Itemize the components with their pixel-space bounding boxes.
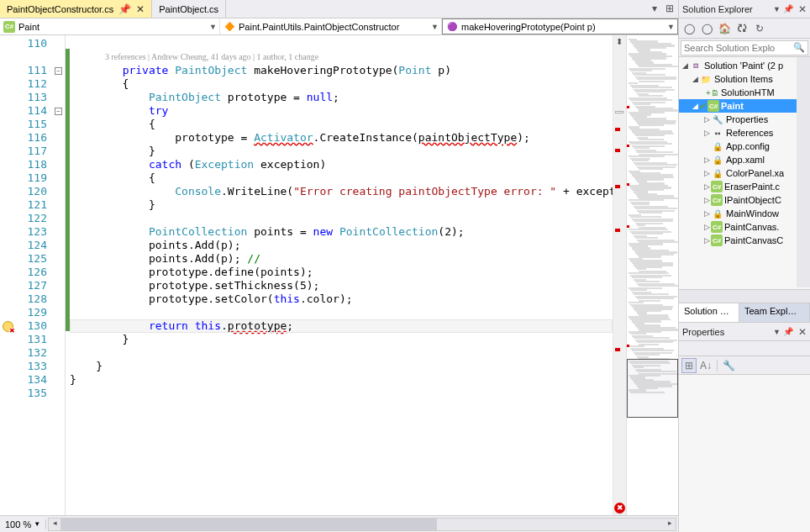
chevron-down-icon: ▼: [667, 23, 675, 31]
close-icon[interactable]: ✕: [136, 3, 145, 15]
home-icon[interactable]: 🏠: [716, 20, 733, 37]
right-panel: Solution Explorer ▼ 📌 ✕ ◯ ◯ 🏠 🗘 ↻ 🔍 ◢⧈ S…: [679, 0, 810, 532]
tab-paintobjectconstructor[interactable]: PaintObjectConstructor.cs 📌 ✕: [0, 0, 152, 18]
properties-titlebar: Properties ▼ 📌 ✕: [679, 323, 810, 341]
close-icon[interactable]: ✕: [798, 3, 807, 15]
document-tabs: PaintObjectConstructor.cs 📌 ✕ PaintObjec…: [0, 0, 678, 18]
error-indicator-icon[interactable]: ✖: [614, 503, 625, 514]
editor-area: PaintObjectConstructor.cs 📌 ✕ PaintObjec…: [0, 0, 679, 532]
chevron-down-icon[interactable]: ▼: [773, 5, 781, 13]
class-icon: 🔶: [224, 21, 235, 33]
scroll-right-icon[interactable]: ▸: [664, 519, 676, 530]
file-icon: +🗎: [706, 87, 719, 98]
chevron-down-icon: ▼: [431, 23, 439, 31]
csharp-icon: C#: [711, 221, 723, 233]
code-content[interactable]: 3 references | Andrew Cheung, 41 days ag…: [70, 35, 613, 515]
tree-paintcanvas1[interactable]: ▷C# PaintCanvas.: [679, 220, 810, 234]
tree-paintcanvas2[interactable]: ▷C# PaintCanvasC: [679, 234, 810, 247]
split-icon[interactable]: ⬍: [614, 37, 624, 45]
solution-tree: ◢⧈ Solution 'Paint' (2 p ◢📁 Solution Ite…: [679, 57, 810, 303]
references-icon: ▪▪: [711, 127, 724, 139]
tab-solution-explorer[interactable]: Solution E…: [679, 303, 739, 322]
wrench-icon: 🔧: [711, 113, 724, 125]
xaml-icon: 🔒: [711, 167, 724, 179]
xaml-icon: 🔒: [711, 208, 724, 219]
pin-icon[interactable]: 📌: [783, 327, 793, 336]
close-icon[interactable]: ✕: [798, 326, 807, 338]
panel-title: Properties: [682, 327, 773, 337]
tree-appconfig[interactable]: 🔒 App.config: [679, 140, 810, 153]
window-menu-icon[interactable]: ⊞: [663, 2, 676, 15]
zoom-label: 100 %: [5, 519, 31, 529]
tree-project-paint[interactable]: ◢✔C# Paint: [679, 99, 810, 113]
refresh-icon[interactable]: ↻: [751, 20, 768, 37]
csharp-icon: C#: [711, 194, 723, 206]
namespace-label: Paint: [18, 22, 39, 32]
tree-appxaml[interactable]: ▷🔒 App.xaml: [679, 153, 810, 166]
chevron-down-icon[interactable]: ▼: [773, 328, 781, 336]
panel-title: Solution Explorer: [682, 4, 773, 14]
chevron-down-icon: ▼: [209, 23, 217, 31]
scroll-left-icon[interactable]: ◂: [49, 519, 60, 530]
editor-status-bar: 100 % ▼ ◂ ▸: [0, 515, 678, 532]
back-icon[interactable]: ◯: [681, 20, 697, 37]
minimap[interactable]: [626, 35, 678, 515]
code-editor: 1101111121131141151161171181191201211221…: [0, 35, 678, 515]
alphabetical-icon[interactable]: A↓: [698, 358, 713, 373]
pin-icon[interactable]: 📌: [783, 4, 793, 13]
search-input[interactable]: [681, 40, 808, 55]
properties-grid: [679, 375, 810, 532]
solution-explorer-titlebar: Solution Explorer ▼ 📌 ✕: [679, 0, 810, 18]
tree-references[interactable]: ▷▪▪ References: [679, 126, 810, 140]
tree-solution-html[interactable]: +🗎 SolutionHTM: [679, 86, 810, 99]
csharp-icon: C#: [711, 181, 723, 192]
tree-solution[interactable]: ◢⧈ Solution 'Paint' (2 p: [679, 59, 810, 72]
properties-selector[interactable]: [679, 341, 810, 356]
csharp-icon: C#: [3, 21, 15, 33]
class-label: Paint.PaintUtils.PaintObjectConstructor: [239, 22, 399, 32]
class-dropdown[interactable]: 🔶 Paint.PaintUtils.PaintObjectConstructo…: [220, 18, 442, 34]
method-label: makeHoveringPrototype(Point p): [461, 22, 596, 32]
properties-panel: Properties ▼ 📌 ✕ ⊞ A↓ 🔧: [679, 322, 810, 532]
scroll-thumb[interactable]: [60, 519, 437, 530]
solution-search: 🔍: [679, 39, 810, 57]
tab-paintobject[interactable]: PaintObject.cs: [152, 0, 226, 18]
dropdown-icon[interactable]: ▾: [648, 2, 661, 15]
overview-ruler[interactable]: ⬍ ✖: [613, 35, 626, 515]
properties-toolbar: ⊞ A↓ 🔧: [679, 356, 810, 375]
outline-gutter[interactable]: −−: [52, 35, 66, 515]
tree-vscroll[interactable]: [797, 57, 810, 287]
forward-icon[interactable]: ◯: [698, 20, 715, 37]
tree-colorpanel[interactable]: ▷🔒 ColorPanel.xa: [679, 166, 810, 180]
property-pages-icon[interactable]: 🔧: [721, 358, 736, 373]
tab-team-explorer[interactable]: Team Expl…: [739, 303, 810, 322]
config-icon: 🔒: [711, 140, 724, 152]
categorized-icon[interactable]: ⊞: [681, 358, 697, 373]
solution-icon: ⧈: [689, 60, 702, 71]
line-numbers: 1101111121131141151161171181191201211221…: [15, 35, 52, 515]
csharp-icon: C#: [707, 100, 719, 112]
csharp-icon: C#: [711, 234, 723, 246]
error-gutter: [0, 35, 15, 515]
sync-icon[interactable]: 🗘: [734, 20, 750, 37]
tree-mainwindow[interactable]: ▷🔒 MainWindow: [679, 207, 810, 220]
horizontal-scrollbar[interactable]: ◂ ▸: [48, 518, 676, 531]
chevron-down-icon: ▼: [34, 520, 40, 528]
namespace-dropdown[interactable]: C# Paint ▼: [0, 18, 220, 34]
tree-eraserpaint[interactable]: ▷C# EraserPaint.c: [679, 180, 810, 193]
tree-properties[interactable]: ▷🔧 Properties: [679, 113, 810, 126]
pin-icon[interactable]: 📌: [118, 3, 131, 15]
tree-ipaintobject[interactable]: ▷C# IPaintObjectC: [679, 193, 810, 207]
tab-label: PaintObjectConstructor.cs: [7, 4, 113, 14]
search-icon[interactable]: 🔍: [793, 42, 805, 53]
xaml-icon: 🔒: [711, 154, 724, 166]
tree-solution-items[interactable]: ◢📁 Solution Items: [679, 72, 810, 86]
tab-label: PaintObject.cs: [159, 4, 218, 14]
method-dropdown[interactable]: 🟣 makeHoveringPrototype(Point p) ▼: [442, 18, 678, 34]
solution-toolbar: ◯ ◯ 🏠 🗘 ↻: [679, 18, 810, 39]
zoom-dropdown[interactable]: 100 % ▼: [0, 519, 46, 529]
method-icon: 🟣: [446, 21, 458, 33]
minimap-viewport[interactable]: [627, 359, 678, 418]
explorer-tabs: Solution E… Team Expl…: [679, 303, 810, 322]
tree-hscroll[interactable]: [679, 289, 810, 303]
